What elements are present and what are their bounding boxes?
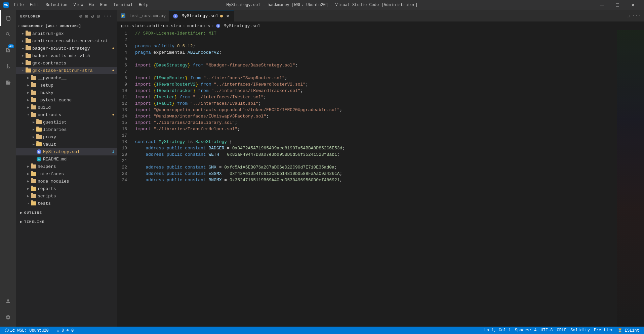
sidebar-item-gmx-stake[interactable]: ▾ gmx-stake-arbitrum-stra ●: [16, 67, 117, 74]
folder-label: helpers: [38, 164, 117, 169]
menu-terminal[interactable]: Terminal: [111, 2, 135, 8]
folder-label: proxy: [43, 135, 117, 140]
minimize-button[interactable]: [594, 0, 610, 10]
sidebar-item-husky[interactable]: ▶ .husky: [16, 89, 117, 96]
code-line: 19 address public constant BADGER = 0x34…: [117, 145, 617, 151]
menu-edit[interactable]: Edit: [27, 2, 42, 8]
sidebar-item-interfaces[interactable]: ▶ interfaces: [16, 170, 117, 178]
tab-test-custom[interactable]: test_custom.py: [117, 10, 169, 21]
status-prettier[interactable]: Prettier: [592, 327, 615, 334]
status-language[interactable]: Solidity: [568, 327, 592, 334]
timeline-section: ▶ TIMELINE: [16, 216, 117, 225]
breadcrumb-sep-1: ›: [183, 23, 185, 29]
folder-label: scripts: [38, 194, 117, 199]
sidebar-item-arbitrum-gmx[interactable]: ▶ arbitrum-gmx: [16, 30, 117, 37]
sidebar-item-arbitrum-ren[interactable]: ▶ arbitrum-ren-wbtc-curve-strat: [16, 37, 117, 45]
file-label: README.md: [43, 157, 117, 162]
sidebar-item-readme[interactable]: ▶ i README.md: [16, 155, 117, 163]
sidebar-item-setup[interactable]: ▶ _setup: [16, 82, 117, 89]
menu-go[interactable]: Go: [86, 2, 96, 8]
sidebar-item-pytest-cache[interactable]: ▶ .pytest_cache: [16, 96, 117, 104]
sidebar-item-badger-scw[interactable]: ▶ badger-scwBtc-strategy ●: [16, 45, 117, 52]
status-position-label: Ln 1, Col 1: [484, 328, 511, 333]
status-errors[interactable]: ⚠ 0 ⊗ 0: [55, 327, 76, 334]
menu-view[interactable]: View: [71, 2, 86, 8]
sidebar-item-pycache[interactable]: ▶ __pycache__: [16, 74, 117, 82]
sidebar-item-badger-vaults[interactable]: ▶ badger-vaults-mix-v1.5: [16, 52, 117, 59]
folder-icon: [31, 83, 36, 88]
activity-bar: 40: [0, 10, 16, 327]
new-folder-icon[interactable]: ⊞: [84, 13, 89, 20]
sol-tab-icon: [173, 13, 178, 19]
code-line: 3 pragma solidity 0.6.12;: [117, 43, 617, 49]
activity-extensions[interactable]: [0, 75, 16, 91]
status-wsl[interactable]: ⎇ WSL: Ubuntu20: [3, 327, 51, 334]
sidebar-item-gmx-contracts[interactable]: ▶ gmx-contracts: [16, 59, 117, 67]
breadcrumb-part-3[interactable]: MyStrategy.sol: [224, 23, 260, 29]
activity-explorer[interactable]: [0, 10, 16, 26]
status-position[interactable]: Ln 1, Col 1: [482, 327, 513, 334]
menu-file[interactable]: File: [11, 2, 27, 8]
sidebar-item-guestlist[interactable]: ▶ guestlist: [16, 118, 117, 126]
close-button[interactable]: ✕: [625, 0, 641, 10]
activity-search[interactable]: [0, 26, 16, 42]
status-eol[interactable]: CRLF: [555, 327, 569, 334]
sidebar-item-tests[interactable]: ▾ tests: [16, 200, 117, 207]
editor-container: 1 // SPDX-License-Identifier: MIT 2 3 pr…: [117, 30, 644, 327]
sidebar-root[interactable]: ▾ HACKMONEY [WSL: UBUNTU20]: [16, 22, 117, 30]
sidebar-item-vault[interactable]: ▶ vault: [16, 141, 117, 148]
sidebar-item-scripts[interactable]: ▶ scripts: [16, 192, 117, 200]
file-label: MyStrategy.sol: [43, 149, 110, 154]
window-title: MyStrategy.sol - hackmoney [WSL: Ubuntu2…: [227, 3, 418, 7]
sidebar-header: EXPLORER ⊕ ⊞ ↺ ⊟ ···: [16, 10, 117, 22]
folder-arrow: ▶: [26, 91, 31, 95]
folder-label: gmx-stake-arbitrum-stra: [32, 68, 112, 73]
outline-header[interactable]: ▶ OUTLINE: [16, 209, 117, 216]
folder-arrow: ▾: [20, 68, 26, 73]
vscode-logo-icon: VS: [3, 2, 9, 8]
sidebar-item-helpers[interactable]: ▶ helpers: [16, 163, 117, 170]
sidebar-item-reports[interactable]: ▶ reports: [16, 185, 117, 192]
activity-account[interactable]: [0, 293, 16, 309]
folder-icon: [31, 179, 36, 184]
tab-mystrategy[interactable]: MyStrategy.sol ✕: [169, 10, 234, 21]
menu-selection[interactable]: Selection: [43, 2, 70, 8]
menu-run[interactable]: Run: [97, 2, 110, 8]
git-badge: 40: [8, 44, 14, 48]
editor[interactable]: 1 // SPDX-License-Identifier: MIT 2 3 pr…: [117, 30, 617, 327]
folder-icon: [31, 97, 36, 103]
sidebar-item-node-modules[interactable]: ▶ node_modules: [16, 178, 117, 185]
code-line: 7: [117, 68, 617, 75]
activity-git[interactable]: 40: [0, 42, 16, 58]
timeline-header[interactable]: ▶ TIMELINE: [16, 218, 117, 225]
status-eslint[interactable]: ⏳ ESLint: [615, 327, 641, 334]
breadcrumb-part-1[interactable]: gmx-stake-arbitrum-stra: [121, 23, 181, 29]
folder-label: guestlist: [43, 120, 117, 125]
split-editor-button[interactable]: ⊟: [626, 12, 630, 19]
sidebar-item-libraries[interactable]: ▶ libraries: [16, 126, 117, 133]
menu-help[interactable]: Help: [136, 2, 151, 8]
sidebar-item-proxy[interactable]: ▶ proxy: [16, 133, 117, 141]
activity-settings[interactable]: [0, 309, 16, 325]
tab-close-button[interactable]: ✕: [225, 13, 230, 19]
status-errors-label: ⚠ 0 ⊗ 0: [57, 328, 74, 333]
status-spaces[interactable]: Spaces: 4: [513, 327, 539, 334]
activity-run[interactable]: [0, 58, 16, 75]
sidebar-item-mystrategy[interactable]: ▶ MyStrategy.sol 1: [16, 148, 117, 155]
folder-label: libraries: [43, 127, 117, 132]
code-line: 12 import {IVault} from "../interfaces/I…: [117, 100, 617, 107]
breadcrumb-part-2[interactable]: contracts: [187, 23, 210, 29]
restore-button[interactable]: [610, 0, 625, 10]
sidebar-item-contracts[interactable]: ▾ contracts ●: [16, 111, 117, 118]
folder-arrow: ▶: [20, 39, 26, 43]
code-line: 17: [117, 132, 617, 139]
status-encoding[interactable]: UTF-8: [539, 327, 555, 334]
new-file-icon[interactable]: ⊕: [79, 13, 83, 20]
refresh-icon[interactable]: ↺: [90, 13, 95, 20]
collapse-all-icon[interactable]: ⊟: [96, 13, 100, 20]
folder-arrow: ▶: [26, 76, 31, 80]
sidebar-item-build[interactable]: ▶ build: [16, 104, 117, 111]
more-tabs-button[interactable]: ···: [632, 12, 641, 19]
more-actions-icon[interactable]: ···: [102, 13, 113, 20]
folder-arrow: ▶: [26, 105, 31, 109]
